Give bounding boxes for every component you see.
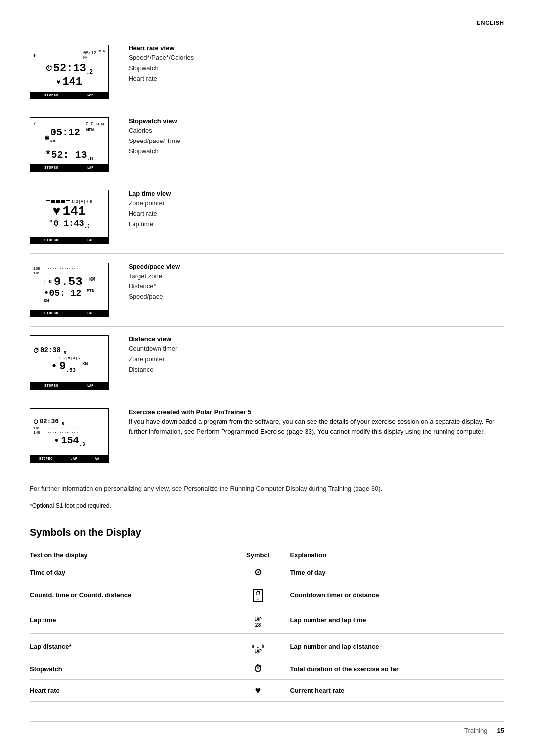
watch-display-hr: ✱ 05:12 MINKM ⏱ 52:13.2 ♥ 141 STOPBO LAP	[30, 45, 109, 99]
dist-view-title: Distance view	[129, 335, 504, 343]
wd-sw-icon1: ⚡	[33, 121, 36, 127]
wd-ex-timer: 02:36.8	[40, 418, 64, 426]
hr-item-2: Stopwatch	[129, 63, 504, 74]
wd-sw-bottom-bar: STOPBO LAP	[30, 164, 108, 171]
wd-hr-icon1: ✱	[33, 53, 36, 58]
table-row: Stopwatch ⏱ Total duration of the exerci…	[30, 659, 504, 680]
sym-symbol-stopwatch: ⏱	[231, 659, 290, 680]
sym-exp-hr: Current heart rate	[290, 680, 504, 702]
sym-text-lapdist: Lap distance*	[30, 634, 231, 659]
wd-hr-lap-label: LAP	[87, 93, 94, 97]
watch-display-ex: ⏱ 02:36.8 145 ··············· 145 ······…	[30, 408, 109, 463]
symbols-title: Symbols on the Display	[30, 527, 504, 538]
wd-dist-bottom-bar: STOPBO LAP	[30, 382, 108, 389]
dist-item-1: Countdown timer	[129, 344, 504, 354]
table-row: Heart rate ♥ Current heart rate	[30, 680, 504, 702]
sym-symbol-lapdist: a ‥ b LAP	[231, 634, 290, 659]
col-explanation: Explanation	[290, 548, 504, 562]
hr-title-bold: Heart rate	[129, 45, 159, 52]
speedpace-view-section: 165 ··············· 145 ··············· …	[30, 254, 504, 327]
dist-view-info: Distance view Countdown timer Zone point…	[129, 335, 504, 375]
sw-view-info: Stopwatch view Calories Speed/pace/ Time…	[129, 117, 504, 156]
wd-ex-icon: ⏱	[33, 419, 39, 425]
wd-dist-bullet: •	[51, 360, 57, 373]
wd-lt-hr-val: 141	[62, 204, 86, 219]
sym-text-tod: Time of day	[30, 562, 231, 583]
wd-hr-stop-label: STOPBO	[44, 93, 58, 97]
wd-ex-stop-label: STOPBO	[39, 457, 53, 461]
hr-view-items: Speed*/Pace*/Calories Stopwatch Heart ra…	[129, 53, 504, 84]
sp-view-items: Target zone Distance* Speed/pace	[129, 271, 504, 302]
wd-lt-zone-bar	[46, 200, 70, 203]
ex-title-bold: Exercise created with Polar ProTrainer 5	[129, 408, 252, 416]
sp-item-3: Speed/pace	[129, 292, 504, 302]
dist-item-3: Distance	[129, 365, 504, 375]
sp-item-1: Target zone	[129, 271, 504, 282]
sp-title-bold: Speed/pace	[129, 263, 164, 270]
wd-dist-val: 9.53 KM	[59, 360, 88, 373]
ex-view-title: Exercise created with Polar ProTrainer 5	[129, 408, 504, 416]
watch-display-dist: ⏱ 02:38.5 1|2|♥|4|5 • 9.53 KM STOPBO LAP	[30, 335, 109, 390]
wd-hr-stopwatch-icon: ⏱	[45, 65, 52, 73]
sym-text-hr: Heart rate	[30, 680, 231, 702]
distance-view-section: ⏱ 02:38.5 1|2|♥|4|5 • 9.53 KM STOPBO LAP…	[30, 327, 504, 399]
footer-main-note: For further information on personalizing…	[30, 483, 504, 494]
table-row: Time of day ⊙ Time of day	[30, 562, 504, 583]
sp-item-2: Distance*	[129, 282, 504, 292]
symbols-table-body: Time of day ⊙ Time of day Countd. time o…	[30, 562, 504, 702]
sym-text-countd: Countd. time or Countd. distance	[30, 583, 231, 607]
sp-view-info: Speed/pace view Target zone Distance* Sp…	[129, 263, 504, 302]
wd-dist-icon: ⏱	[33, 347, 39, 355]
sym-exp-countd: Countdown timer or distance	[290, 583, 504, 607]
sym-text-stopwatch: Stopwatch	[30, 659, 231, 680]
ex-view-info: Exercise created with Polar ProTrainer 5…	[129, 408, 504, 437]
hr-view-info: Heart rate view Speed*/Pace*/Calories St…	[129, 45, 504, 84]
sym-exp-laptime: Lap number and lap time	[290, 607, 504, 634]
lt-title-rest: view	[155, 190, 171, 197]
col-text: Text on the display	[30, 548, 231, 562]
wd-sw-lap-label: LAP	[87, 166, 94, 170]
sw-item-2: Speed/pace/ Time	[129, 136, 504, 146]
lt-item-1: Zone pointer	[129, 198, 504, 209]
wd-sp-zone2: 145 ···············	[33, 271, 78, 275]
wd-sw-stopwatch-val: *52: 13.8	[45, 149, 93, 162]
table-row: Countd. time or Countd. distance ⏱‡ Coun…	[30, 583, 504, 607]
wd-dist-lap-label: LAP	[87, 384, 94, 388]
wd-lt-lap-val: °0 1:43.3	[48, 219, 89, 229]
wd-lt-heart-icon: ♥	[53, 204, 61, 219]
sym-exp-tod: Time of day	[290, 562, 504, 583]
dist-view-items: Countdown timer Zone pointer Distance	[129, 344, 504, 375]
wd-ex-aa-label: AA	[95, 457, 99, 461]
heart-rate-view-section: ✱ 05:12 MINKM ⏱ 52:13.2 ♥ 141 STOPBO LAP…	[30, 36, 504, 108]
wd-ex-val1: 145 ···············	[33, 426, 78, 430]
hr-item-1: Speed*/Pace*/Calories	[129, 53, 504, 63]
watch-display-sw: ⚡ 717 KCAL ✱ 05:12 MINKM *52: 13.8 STOPB…	[30, 117, 109, 172]
table-row: Lap distance* a ‥ b LAP Lap number and l…	[30, 634, 504, 659]
wd-sw-time1: 05:12 MINKM	[50, 127, 94, 149]
hr-item-3: Heart rate	[129, 74, 504, 84]
dist-title-bold: Distance	[129, 335, 155, 343]
wd-ex-lap-label: LAP	[70, 457, 77, 461]
footer-notes: For further information on personalizing…	[30, 483, 504, 494]
exercise-description: If you have downloaded a program from th…	[129, 417, 504, 437]
symbols-table-header: Text on the display Symbol Explanation	[30, 548, 504, 562]
symbols-section: Symbols on the Display Text on the displ…	[30, 527, 504, 702]
lt-view-items: Zone pointer Heart rate Lap time	[129, 198, 504, 229]
sp-view-title: Speed/pace view	[129, 263, 504, 270]
col-symbol: Symbol	[231, 548, 290, 562]
wd-sw-kcal-label: 717 KCAL	[85, 122, 105, 127]
sw-view-title: Stopwatch view	[129, 117, 504, 125]
watch-display-lt: 1|2|♥|4|5 ♥ 141 °0 1:43.3 STOPBO LAP	[30, 190, 109, 244]
wd-lt-bottom-bar: STOPBO LAP	[30, 237, 108, 244]
sym-exp-lapdist: Lap number and lap distance	[290, 634, 504, 659]
sym-symbol-countd: ⏱‡	[231, 583, 290, 607]
wd-hr-heart-icon: ♥	[56, 78, 60, 86]
sym-symbol-laptime: LAP 28	[231, 607, 290, 634]
lt-view-title: Lap time view	[129, 190, 504, 197]
sw-title-rest: view	[161, 117, 177, 125]
wd-sp-pace-val: •05: 12 MINKM	[44, 288, 95, 308]
wd-sp-bottom-bar: STOPBO LAP	[30, 310, 108, 317]
wd-ex-bullet: •	[53, 435, 59, 447]
footer-section-label: Training	[464, 727, 487, 734]
page-header: ENGLISH	[30, 20, 504, 26]
